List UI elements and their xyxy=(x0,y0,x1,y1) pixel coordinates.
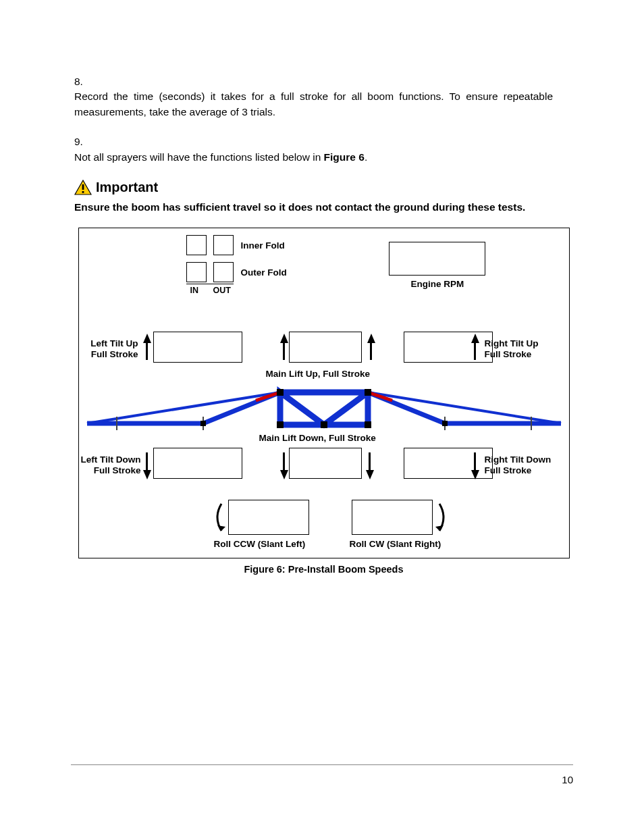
left-tilt-down-box xyxy=(153,448,242,479)
footer-rule xyxy=(71,764,573,765)
inner-fold-in-box xyxy=(186,235,207,255)
roll-ccw-box xyxy=(228,500,309,535)
left-tilt-up-box xyxy=(153,332,242,363)
arrow-up-icon xyxy=(471,334,479,343)
list-number: 9. xyxy=(74,134,92,149)
inner-fold-out-box xyxy=(213,235,234,255)
arrow-up-icon xyxy=(143,334,151,343)
outer-fold-in-box xyxy=(186,262,207,282)
list-number: 8. xyxy=(74,74,92,89)
label-inner-fold: Inner Fold xyxy=(241,240,285,251)
arrow-up-icon xyxy=(367,334,375,343)
svg-rect-9 xyxy=(321,421,327,428)
label-roll-ccw: Roll CCW (Slant Left) xyxy=(214,539,306,549)
list-item-8: 8. Record the time (seconds) it takes fo… xyxy=(74,74,573,120)
label-right-tilt-up-2: Full Stroke xyxy=(485,349,532,359)
arrow-down-icon xyxy=(143,470,151,479)
important-label: Important xyxy=(96,180,158,195)
list-text: Not all sprayers will have the functions… xyxy=(74,151,324,163)
label-right-tilt-up-1: Right Tilt Up xyxy=(485,338,539,348)
page-number: 10 xyxy=(562,774,573,785)
label-outer-fold: Outer Fold xyxy=(241,267,287,278)
figure-ref: Figure 6 xyxy=(324,151,365,163)
label-right-tilt-down-2: Full Stroke xyxy=(485,465,532,475)
list-body: Record the time (seconds) it takes for a… xyxy=(74,89,553,120)
svg-rect-7 xyxy=(277,421,284,428)
svg-rect-8 xyxy=(365,421,371,428)
arrow-down-icon xyxy=(366,470,374,479)
roll-ccw-icon xyxy=(211,500,227,535)
svg-rect-1 xyxy=(82,184,84,190)
outer-fold-out-box xyxy=(213,262,234,282)
label-left-tilt-up-1: Left Tilt Up xyxy=(88,338,138,348)
svg-rect-14 xyxy=(200,421,206,426)
warning-icon xyxy=(74,180,92,195)
figure-caption: Figure 6: Pre-Install Boom Speeds xyxy=(74,564,573,575)
label-left-tilt-down-1: Left Tilt Down xyxy=(79,454,141,465)
arrow-up-icon xyxy=(280,334,288,343)
list-item-9: 9. Not all sprayers will have the functi… xyxy=(74,134,573,165)
main-lift-up-box xyxy=(289,332,362,363)
right-tilt-down-box xyxy=(404,448,493,479)
figure-6-diagram: Inner Fold Outer Fold IN OUT Engine RPM … xyxy=(78,228,570,558)
label-left-tilt-up-2: Full Stroke xyxy=(88,349,138,359)
label-roll-cw: Roll CW (Slant Right) xyxy=(350,539,441,549)
label-main-lift-up: Main Lift Up, Full Stroke xyxy=(266,369,371,379)
label-right-tilt-down-1: Right Tilt Down xyxy=(485,454,552,465)
svg-rect-15 xyxy=(442,421,448,426)
svg-rect-5 xyxy=(277,389,284,396)
right-tilt-up-box xyxy=(404,332,493,363)
label-main-lift-down: Main Lift Down, Full Stroke xyxy=(259,433,376,443)
list-text: . xyxy=(365,151,367,163)
in-out-line xyxy=(186,284,234,284)
label-out: OUT xyxy=(213,286,231,295)
label-in: IN xyxy=(190,286,199,295)
engine-rpm-box xyxy=(389,242,485,276)
main-lift-down-box xyxy=(289,448,362,479)
label-left-tilt-down-2: Full Stroke xyxy=(79,465,141,475)
svg-marker-16 xyxy=(217,525,225,531)
roll-cw-box xyxy=(352,500,433,535)
svg-rect-6 xyxy=(365,389,371,396)
roll-cw-icon xyxy=(434,500,450,535)
important-text: Ensure the boom has sufficient travel so… xyxy=(74,199,573,215)
arrow-down-icon xyxy=(280,470,288,479)
arrow-down-icon xyxy=(471,470,479,479)
important-heading: Important xyxy=(74,180,573,195)
svg-marker-17 xyxy=(435,525,444,531)
svg-rect-2 xyxy=(82,191,84,193)
list-body: Not all sprayers will have the functions… xyxy=(74,150,553,165)
boom-drawing xyxy=(79,380,569,434)
label-engine-rpm: Engine RPM xyxy=(411,279,464,289)
